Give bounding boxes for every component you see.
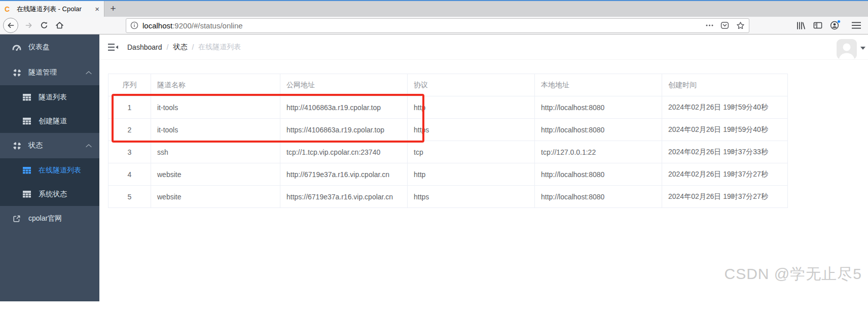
sidebar-item-label: cpolar官网 (28, 214, 62, 223)
avatar-dropdown-caret-icon[interactable] (860, 47, 865, 50)
table-cell: it-tools (151, 119, 280, 141)
sidebar-item-dashboard[interactable]: 仪表盘 (0, 34, 99, 60)
table-icon (22, 191, 31, 198)
library-icon[interactable] (796, 21, 806, 30)
table-cell: it-tools (151, 96, 280, 119)
new-tab-button[interactable]: + (104, 1, 122, 17)
table-row: 2it-toolshttps://4106863a.r19.cpolar.top… (108, 119, 788, 141)
column-header-3: 公网地址 (280, 74, 408, 96)
avatar[interactable] (837, 39, 857, 59)
breadcrumb-status[interactable]: 状态 (173, 43, 187, 52)
sidebar-item-label: 仪表盘 (28, 43, 50, 52)
table-row: 4websitehttp://6719e37a.r16.vip.cpolar.c… (108, 163, 788, 186)
table-row: 3sshtcp://1.tcp.vip.cpolar.cn:23740tcptc… (108, 141, 788, 163)
tab-close-icon[interactable]: × (95, 5, 99, 13)
table-cell: http://localhost:8080 (535, 186, 662, 208)
table-cell: http://4106863a.r19.cpolar.top (280, 96, 408, 119)
watermark: CSDN @学无止尽5 (725, 264, 862, 285)
external-link-icon (12, 215, 21, 223)
account-button[interactable] (830, 21, 839, 30)
pocket-save-icon[interactable] (720, 21, 729, 29)
sidebar-submenu-status: 在线隧道列表 系统状态 (0, 158, 99, 206)
breadcrumb-dashboard[interactable]: Dashboard (127, 43, 162, 51)
page-actions (706, 21, 745, 30)
table-cell: 4 (108, 163, 151, 186)
breadcrumb-separator: / (167, 43, 169, 51)
chevron-up-icon (86, 144, 92, 148)
column-header-4: 协议 (408, 74, 535, 96)
sidebar-item-tunnel-list[interactable]: 隧道列表 (0, 85, 99, 109)
sidebar-collapse-icon (108, 43, 118, 51)
table-cell: http (408, 163, 535, 186)
app-header: Dashboard / 状态 / 在线隧道列表 (99, 34, 868, 60)
back-button[interactable] (3, 18, 18, 33)
table-cell: https://4106863a.r19.cpolar.top (280, 119, 408, 141)
sidebar-item-online-tunnels[interactable]: 在线隧道列表 (0, 158, 99, 182)
browser-tab-bar: C 在线隧道列表 - Cpolar × + (0, 1, 868, 17)
table-body: 1it-toolshttp://4106863a.r19.cpolar.toph… (108, 96, 788, 208)
table-icon (22, 118, 31, 125)
url-text[interactable]: localhost:9200/#/status/online (142, 21, 243, 30)
hamburger-menu-icon[interactable] (852, 22, 861, 29)
sidebar-item-cpolar-website[interactable]: cpolar官网 (0, 206, 99, 231)
url-host: localhost (142, 21, 172, 30)
page-actions-menu-icon[interactable] (706, 21, 713, 29)
sidebar: 仪表盘 隧道管理 (0, 34, 99, 301)
bookmark-star-icon[interactable] (736, 21, 745, 30)
table-cell: http://localhost:8080 (535, 119, 662, 141)
url-path: :9200/#/status/online (172, 21, 242, 30)
home-icon (55, 21, 64, 29)
table-cell: 2024年02月26日 19时37分33秒 (662, 141, 788, 163)
table-cell: tcp://1.tcp.vip.cpolar.cn:23740 (280, 141, 408, 163)
forward-button[interactable] (21, 18, 37, 32)
table-cell: 5 (108, 186, 151, 208)
reload-button[interactable] (37, 18, 52, 32)
table-cell: ssh (151, 141, 280, 163)
browser-window: C 在线隧道列表 - Cpolar × + (0, 0, 868, 312)
sidebars-icon[interactable] (813, 21, 822, 29)
browser-tab[interactable]: C 在线隧道列表 - Cpolar × (0, 1, 104, 17)
sidebar-item-tunnel-manage[interactable]: 隧道管理 (0, 60, 99, 85)
life-ring-icon (12, 142, 21, 150)
cpolar-app: 仪表盘 隧道管理 (0, 34, 868, 312)
sidebar-item-label: 隧道管理 (28, 68, 57, 77)
url-bar[interactable]: localhost:9200/#/status/online (126, 18, 749, 33)
table-cell: https (408, 186, 535, 208)
sidebar-item-create-tunnel[interactable]: 创建隧道 (0, 109, 99, 133)
column-header-2: 隧道名称 (151, 74, 280, 96)
table-cell: tcp://127.0.0.1:22 (535, 141, 662, 163)
sidebar-item-label: 隧道列表 (39, 93, 67, 102)
life-ring-icon (12, 68, 21, 77)
breadcrumb: Dashboard / 状态 / 在线隧道列表 (127, 43, 241, 52)
sidebar-item-label: 状态 (28, 141, 43, 150)
table-cell: website (151, 186, 280, 208)
table-row: 1it-toolshttp://4106863a.r19.cpolar.toph… (108, 96, 788, 119)
sidebar-item-system-status[interactable]: 系统状态 (0, 182, 99, 206)
back-arrow-icon (7, 21, 15, 29)
breadcrumb-current: 在线隧道列表 (198, 43, 241, 52)
sidebar-toggle-button[interactable] (107, 41, 119, 53)
table-cell: 3 (108, 141, 151, 163)
sidebar-item-label: 系统状态 (39, 190, 67, 199)
table-cell: https://6719e37a.r16.vip.cpolar.cn (280, 186, 408, 208)
cpolar-favicon-icon: C (5, 5, 13, 13)
tab-title: 在线隧道列表 - Cpolar (17, 5, 92, 14)
online-tunnel-table: 序列隧道名称公网地址协议本地地址创建时间 1it-toolshttp://410… (108, 74, 788, 208)
home-button[interactable] (52, 18, 67, 32)
table-cell: 1 (108, 96, 151, 119)
table-icon (22, 94, 31, 101)
table-cell: website (151, 163, 280, 186)
table-cell: 2024年02月26日 19时37分27秒 (662, 163, 788, 186)
account-badge-dot (837, 20, 841, 23)
sidebar-item-label: 创建隧道 (39, 117, 67, 126)
table-row: 5websitehttps://6719e37a.r16.vip.cpolar.… (108, 186, 788, 208)
table-cell: https (408, 119, 535, 141)
table-icon (22, 167, 31, 174)
table-cell: http://6719e37a.r16.vip.cpolar.cn (280, 163, 408, 186)
forward-arrow-icon (25, 21, 33, 29)
page-info-icon[interactable] (130, 21, 138, 29)
table-cell: 2024年02月26日 19时37分27秒 (662, 186, 788, 208)
table-cell: 2 (108, 119, 151, 141)
person-silhouette-icon (837, 42, 857, 59)
sidebar-item-status[interactable]: 状态 (0, 133, 99, 158)
